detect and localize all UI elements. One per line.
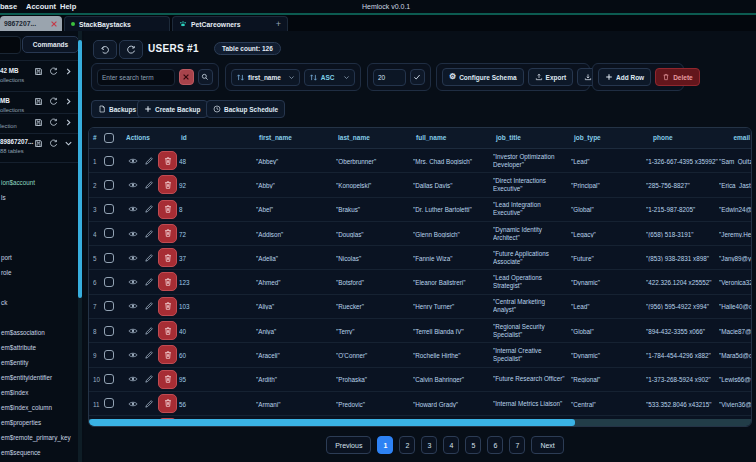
sidebar-table-item[interactable]: em$attribute: [1, 344, 36, 351]
export-button[interactable]: Export: [528, 68, 574, 86]
page-button-4[interactable]: 4: [443, 436, 459, 454]
previous-page-button[interactable]: Previous: [326, 436, 371, 454]
new-tab-button[interactable]: +: [276, 20, 281, 28]
row-checkbox[interactable]: [104, 277, 114, 287]
page-button-5[interactable]: 5: [465, 436, 481, 454]
sidebar-table-item[interactable]: em$sequence: [1, 449, 41, 456]
menu-help[interactable]: Help: [60, 2, 76, 11]
edit-row-icon[interactable]: [144, 253, 154, 263]
refresh-icon[interactable]: [49, 97, 58, 106]
view-row-icon[interactable]: [128, 277, 138, 287]
view-row-icon[interactable]: [128, 204, 138, 214]
sort-field-select[interactable]: first_name: [231, 69, 300, 86]
undo-button[interactable]: [93, 40, 117, 59]
row-checkbox[interactable]: [104, 180, 114, 190]
sidebar-table-item[interactable]: ion$account: [1, 179, 35, 186]
view-row-icon[interactable]: [128, 180, 138, 190]
search-button[interactable]: [198, 69, 213, 85]
sidebar-table-item[interactable]: em$entity: [1, 359, 28, 366]
apply-page-size-button[interactable]: [410, 69, 425, 85]
page-button-1[interactable]: 1: [377, 436, 393, 454]
delete-button[interactable]: Delete: [655, 68, 700, 86]
edit-row-icon[interactable]: [144, 277, 154, 287]
page-button-7[interactable]: 7: [509, 436, 525, 454]
sidebar-filter-input[interactable]: [0, 36, 21, 54]
delete-row-button[interactable]: [158, 370, 177, 389]
sort-direction-select[interactable]: ASC: [304, 69, 355, 86]
row-checkbox[interactable]: [104, 253, 114, 263]
menu-account[interactable]: Account: [26, 2, 56, 11]
select-all-checkbox[interactable]: [104, 133, 114, 143]
row-checkbox[interactable]: [104, 350, 114, 360]
sidebar-table-item[interactable]: em$index: [1, 389, 28, 396]
save-icon[interactable]: [34, 139, 43, 148]
delete-row-button[interactable]: [158, 297, 177, 316]
backup-schedule-button[interactable]: Backup Schedule: [206, 100, 285, 118]
sidebar-table-item[interactable]: em$index_column: [1, 404, 52, 411]
edit-row-icon[interactable]: [144, 399, 154, 409]
view-row-icon[interactable]: [128, 156, 138, 166]
page-button-3[interactable]: 3: [421, 436, 437, 454]
view-row-icon[interactable]: [128, 301, 138, 311]
chevron-right-icon[interactable]: [64, 118, 73, 127]
delete-row-button[interactable]: [158, 224, 177, 243]
delete-row-button[interactable]: [158, 175, 177, 194]
view-row-icon[interactable]: [128, 253, 138, 263]
commands-button[interactable]: Commands: [22, 36, 79, 53]
delete-row-button[interactable]: [158, 345, 177, 364]
sidebar-table-item[interactable]: ls: [1, 194, 6, 201]
add-row-button[interactable]: Add Row: [598, 68, 651, 86]
row-checkbox[interactable]: [104, 204, 114, 214]
refresh-icon[interactable]: [49, 139, 58, 148]
row-checkbox[interactable]: [104, 398, 114, 408]
configure-schema-button[interactable]: ⚙ Configure Schema: [442, 68, 524, 86]
chevron-down-icon[interactable]: [64, 139, 73, 148]
row-checkbox[interactable]: [104, 326, 114, 336]
sidebar-table-item[interactable]: em$association: [1, 329, 45, 336]
refresh-icon[interactable]: [49, 118, 58, 127]
sidebar-table-item[interactable]: role: [1, 269, 12, 276]
delete-row-button[interactable]: [158, 200, 177, 219]
sidebar-table-item[interactable]: em$properties: [1, 419, 41, 426]
tab-petcareowners[interactable]: PetCareowners +: [172, 16, 288, 31]
clear-search-button[interactable]: [179, 69, 194, 85]
save-icon[interactable]: [34, 97, 43, 106]
view-row-icon[interactable]: [128, 326, 138, 336]
delete-row-button[interactable]: [158, 321, 177, 340]
save-icon[interactable]: [34, 118, 43, 127]
horizontal-scrollbar-thumb[interactable]: [89, 419, 575, 426]
edit-row-icon[interactable]: [144, 326, 154, 336]
sidebar-table-item[interactable]: em$remote_primary_key: [1, 434, 71, 441]
database-entry[interactable]: 42 MB ollections: [0, 60, 78, 91]
delete-row-button[interactable]: [158, 272, 177, 291]
next-page-button[interactable]: Next: [531, 436, 563, 454]
edit-row-icon[interactable]: [144, 350, 154, 360]
save-icon[interactable]: [34, 67, 43, 76]
edit-row-icon[interactable]: [144, 229, 154, 239]
sidebar-table-item[interactable]: em$entityidentifier: [1, 374, 52, 381]
delete-row-button[interactable]: [158, 248, 177, 267]
page-button-6[interactable]: 6: [487, 436, 503, 454]
view-row-icon[interactable]: [128, 229, 138, 239]
row-checkbox[interactable]: [104, 374, 114, 384]
tab-database-id[interactable]: 9867207...: [0, 16, 62, 31]
view-row-icon[interactable]: [128, 350, 138, 360]
refresh-icon[interactable]: [49, 67, 58, 76]
search-input[interactable]: Enter search term: [97, 69, 175, 86]
chevron-right-icon[interactable]: [64, 67, 73, 76]
edit-row-icon[interactable]: [144, 180, 154, 190]
view-row-icon[interactable]: [128, 399, 138, 409]
delete-row-button[interactable]: [158, 151, 177, 170]
edit-row-icon[interactable]: [144, 301, 154, 311]
row-checkbox[interactable]: [104, 156, 114, 166]
database-entry-expanded[interactable]: 89867207... 88 tables: [0, 133, 78, 162]
create-backup-button[interactable]: Create Backup: [137, 100, 208, 118]
edit-row-icon[interactable]: [144, 374, 154, 384]
menu-database[interactable]: base: [0, 2, 17, 11]
sidebar-scrollbar-thumb[interactable]: [78, 40, 82, 298]
edit-row-icon[interactable]: [144, 156, 154, 166]
chevron-right-icon[interactable]: [64, 97, 73, 106]
view-row-icon[interactable]: [128, 374, 138, 384]
sidebar-table-item[interactable]: port: [1, 254, 12, 261]
page-button-2[interactable]: 2: [399, 436, 415, 454]
